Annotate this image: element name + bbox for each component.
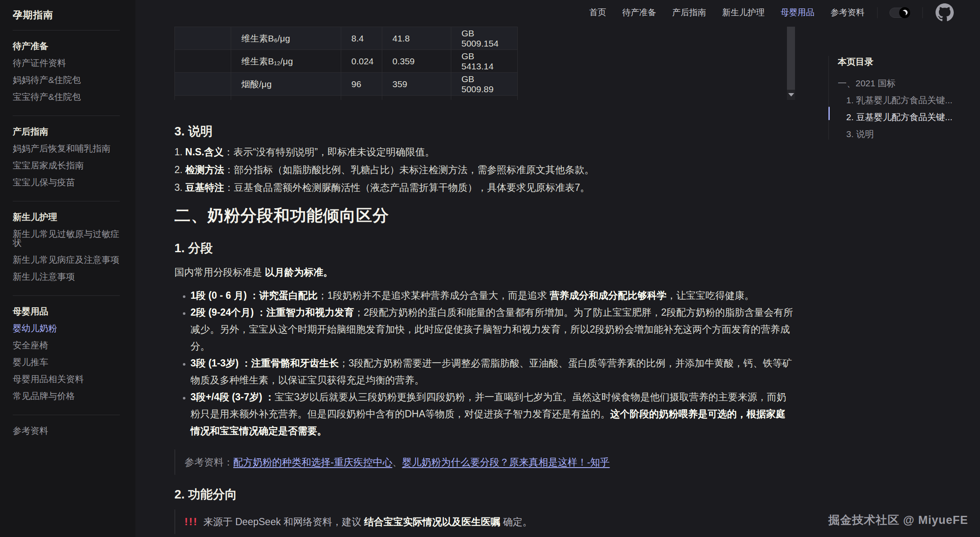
table-row: 烟酸/μg 96 359 GB 5009.89 [175, 73, 518, 96]
list-item: 2. 检测方法：部分指标（如脂肪酸比例、乳糖占比）未标注检测方法，需参照标准原文… [174, 162, 795, 177]
heading-fenduan: 1. 分段 [174, 240, 795, 256]
bullet-item: 3段 (1-3岁) ：注重骨骼和牙齿生长；3段配方奶粉需要进一步调整必需脂肪酸、… [190, 355, 795, 388]
outline-item-active[interactable]: 2. 豆基婴儿配方食品关键... [828, 113, 972, 121]
outline-divider [828, 56, 829, 140]
nutrient-table: 维生素B₆/μg 8.4 41.8 GB 5009.154 维生素B₁₂/μg … [174, 27, 518, 100]
nutrient-table-scroll-container: 维生素B₆/μg 8.4 41.8 GB 5009.154 维生素B₁₂/μg … [174, 25, 795, 100]
sidebar-item[interactable]: 妈妈待产&住院包 [13, 75, 120, 84]
heading-section2: 二、奶粉分段和功能倾向区分 [174, 205, 795, 226]
table-row: 维生素B₆/μg 8.4 41.8 GB 5009.154 [175, 27, 518, 50]
site-title: 孕期指南 [13, 8, 120, 22]
outline-list: 一、2021 国标 1. 乳基婴儿配方食品关键... 2. 豆基婴儿配方食品关键… [828, 79, 972, 138]
top-navbar: 首页 待产准备 产后指南 新生儿护理 母婴用品 参考资料 [135, 0, 980, 25]
shuoming-list: 1. N.S.含义：表示“没有特别说明”，即标准未设定明确限值。 2. 检测方法… [174, 145, 795, 195]
cell-category [175, 50, 231, 73]
cell-category [175, 27, 231, 50]
sidebar: 孕期指南 待产准备 待产证件资料 妈妈待产&住院包 宝宝待产&住院包 产后指南 … [0, 0, 135, 537]
table-row-clipped [175, 96, 518, 100]
sidebar-item[interactable]: 宝宝待产&住院包 [13, 92, 120, 101]
theme-toggle-switch[interactable] [889, 8, 910, 18]
sidebar-group-xinshenger: 新生儿护理 新生儿常见过敏原与过敏症状 新生儿常见病症及注意事项 新生儿注意事项 [13, 201, 120, 296]
reference-blockquote: 参考资料：配方奶粉的种类和选择-重庆疾控中心、婴儿奶粉为什么要分段？原来真相是这… [174, 449, 795, 475]
nav-divider [922, 7, 923, 18]
cell-max: 41.8 [382, 27, 451, 50]
bullet-item: 3段+/4段 (3-7岁) ：宝宝3岁以后就要从三段奶粉更换到四段奶粉，并一直喝… [190, 388, 795, 439]
sidebar-item[interactable]: 妈妈产后恢复和哺乳指南 [13, 144, 120, 153]
cell-nutrient: 烟酸/μg [231, 73, 341, 96]
outline-active-marker [828, 107, 830, 120]
sidebar-section-title: 产后指南 [13, 127, 120, 136]
github-link[interactable] [936, 3, 954, 22]
inline-link[interactable]: 婴儿奶粉为什么要分段？原来真相是这样！-知乎 [402, 457, 610, 468]
cell-min: 0.024 [341, 50, 382, 73]
sidebar-item[interactable]: 母婴用品相关资料 [13, 375, 120, 383]
nav-item-xinshenger[interactable]: 新生儿护理 [722, 0, 765, 25]
sidebar-item-reference[interactable]: 参考资料 [13, 426, 120, 435]
list-item: 3. 豆基特注：豆基食品需额外检测脲酶活性（液态产品需折算干物质），具体要求见原… [174, 180, 795, 195]
nav-item-reference[interactable]: 参考资料 [831, 0, 864, 25]
nav-item-chanhou[interactable]: 产后指南 [672, 0, 706, 25]
sidebar-section-title: 母婴用品 [13, 307, 120, 316]
sidebar-item[interactable]: 婴儿推车 [13, 358, 120, 366]
sidebar-item[interactable]: 新生儿注意事项 [13, 272, 120, 281]
table-scrollbar[interactable] [787, 27, 795, 100]
nav-item-daichan[interactable]: 待产准备 [622, 0, 656, 25]
scrollbar-thumb[interactable] [787, 27, 795, 90]
sidebar-item-active[interactable]: 婴幼儿奶粉 [13, 324, 120, 333]
theme-toggle-knob [899, 7, 910, 18]
list-item: 1. N.S.含义：表示“没有特别说明”，即标准未设定明确限值。 [174, 145, 795, 159]
sidebar-item[interactable]: 新生儿常见过敏原与过敏症状 [13, 229, 120, 247]
sidebar-footer: 参考资料 [13, 415, 120, 435]
table-row: 维生素B₁₂/μg 0.024 0.359 GB 5413.14 [175, 50, 518, 73]
nav-item-muying[interactable]: 母婴用品 [781, 0, 814, 25]
sidebar-item[interactable]: 常见品牌与价格 [13, 391, 120, 400]
sidebar-item[interactable]: 宝宝儿保与疫苗 [13, 178, 120, 187]
sidebar-group-muying: 母婴用品 婴幼儿奶粉 安全座椅 婴儿推车 母婴用品相关资料 常见品牌与价格 [13, 296, 120, 415]
cell-nutrient: 维生素B₆/μg [231, 27, 341, 50]
moon-icon [902, 10, 908, 15]
site-title-block: 孕期指南 [13, 0, 120, 30]
watermark: 掘金技术社区 @ MiyueFE [828, 512, 968, 528]
cell-standard: GB 5413.14 [451, 50, 518, 73]
cell-min: 8.4 [341, 27, 382, 50]
outline-title: 本页目录 [828, 56, 972, 68]
cell-max: 0.359 [382, 50, 451, 73]
paragraph-intro: 国内常用分段标准是 以月龄为标准。 [174, 265, 795, 279]
bullet-item: 1段 (0 - 6 月) ：讲究蛋白配比；1段奶粉并不是追求某种营养成分含量大，… [190, 287, 795, 304]
github-icon [936, 3, 954, 22]
sidebar-group-daichan: 待产准备 待产证件资料 妈妈待产&住院包 宝宝待产&住院包 [13, 30, 120, 116]
nav-item-home[interactable]: 首页 [589, 0, 606, 25]
sidebar-section-title: 待产准备 [13, 41, 120, 50]
sidebar-group-chanhou: 产后指南 妈妈产后恢复和哺乳指南 宝宝居家成长指南 宝宝儿保与疫苗 [13, 116, 120, 201]
cell-standard: GB 5009.154 [451, 27, 518, 50]
cell-standard: GB 5009.89 [451, 73, 518, 96]
inline-link[interactable]: 配方奶粉的种类和选择-重庆疾控中心 [233, 457, 392, 468]
sidebar-item[interactable]: 宝宝居家成长指南 [13, 161, 120, 170]
cell-min: 96 [341, 73, 382, 96]
cell-nutrient: 维生素B₁₂/μg [231, 50, 341, 73]
article-content: 维生素B₆/μg 8.4 41.8 GB 5009.154 维生素B₁₂/μg … [174, 25, 795, 537]
heading-gongneng: 2. 功能分向 [174, 487, 795, 502]
sidebar-item[interactable]: 新生儿常见病症及注意事项 [13, 255, 120, 264]
scrollbar-down-button[interactable] [787, 91, 795, 99]
cell-category [175, 73, 231, 96]
page-outline: 本页目录 一、2021 国标 1. 乳基婴儿配方食品关键... 2. 豆基婴儿配… [828, 54, 972, 146]
sidebar-item[interactable]: 待产证件资料 [13, 58, 120, 67]
warning-blockquote: !!! 来源于 DeepSeek 和网络资料，建议 结合宝宝实际情况以及医生医嘱… [174, 509, 795, 534]
sidebar-section-title: 新生儿护理 [13, 212, 120, 221]
fenduan-bullet-list: 1段 (0 - 6 月) ：讲究蛋白配比；1段奶粉并不是追求某种营养成分含量大，… [174, 287, 795, 439]
cell-max: 359 [382, 73, 451, 96]
nav-divider [877, 7, 878, 18]
outline-item[interactable]: 1. 乳基婴儿配方食品关键... [828, 96, 972, 105]
outline-item[interactable]: 一、2021 国标 [828, 79, 972, 88]
bullet-item: 2段 (9-24个月) ：注重智力和视力发育；2段配方奶粉的蛋白质和能量的含量都… [190, 304, 795, 355]
outline-item[interactable]: 3. 说明 [828, 129, 972, 138]
sidebar-item[interactable]: 安全座椅 [13, 341, 120, 350]
arrow-down-icon [788, 93, 794, 96]
heading-shuoming: 3. 说明 [174, 124, 795, 139]
